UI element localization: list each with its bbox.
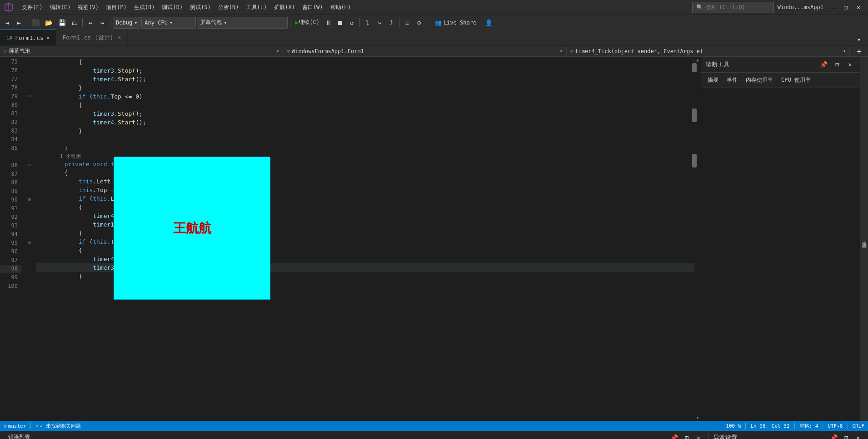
restart-button[interactable]: ↺ (346, 17, 357, 29)
line-numbers: 75 76 77 78 79 80 81 82 83 84 85 86 87 8… (0, 57, 25, 421)
tab-form1-cs[interactable]: C# Form1.cs ✕ (0, 30, 56, 45)
menu-view[interactable]: 视图(V) (74, 2, 102, 13)
line-num-95: 95 (0, 239, 21, 247)
platform-dropdown[interactable]: Any CPU ▾ (141, 17, 196, 29)
tab-list-button[interactable]: ▾ (853, 34, 864, 45)
class-chevron: ▾ (276, 49, 279, 54)
line-num-100: 100 (0, 282, 21, 291)
diag-controls: 📌 ⊡ ✕ (818, 59, 855, 70)
add-button[interactable]: + (850, 46, 868, 56)
platform-label: Any CPU (145, 20, 168, 26)
diag-close-button[interactable]: ✕ (844, 59, 855, 70)
exception-close-button[interactable]: ✕ (853, 432, 863, 439)
save-all-button[interactable]: 🗂 (69, 17, 80, 29)
status-sep-1 (30, 423, 31, 429)
tab-close-1[interactable]: ✕ (118, 35, 121, 40)
menu-build[interactable]: 生成(B) (130, 2, 159, 13)
diag-tab-events[interactable]: 事件 (725, 75, 739, 85)
menu-analyze[interactable]: 分析(N) (215, 2, 243, 13)
step-over-button[interactable]: ⤵ (362, 17, 373, 29)
gutter-92 (25, 212, 34, 221)
zoom-level[interactable]: 100 % (726, 423, 741, 429)
code-line-77: timer4.Start(); (36, 75, 694, 84)
live-share-button[interactable]: 👥 Live Share (431, 18, 480, 27)
bottom-pin-button[interactable]: 📌 (668, 432, 680, 439)
search-icon: 🔍 (696, 4, 703, 10)
diag-tab-memory[interactable]: 内存使用率 (744, 75, 775, 85)
editor-dropdowns: ⊕ 屏幕气泡 ▾ ⊕ WindowsFormsApp1.Form1 ▾ ⚙ ti… (0, 46, 868, 57)
line-num-81: 81 (0, 109, 21, 118)
minimize-button[interactable]: — (827, 1, 839, 13)
exception-float-button[interactable]: ⊡ (841, 432, 852, 439)
redo-button[interactable]: ↪ (97, 17, 108, 29)
tab-form1-design[interactable]: Form1.cs [设计] ✕ (56, 30, 128, 45)
line-num-78: 78 (0, 84, 21, 92)
maximize-button[interactable]: ❐ (840, 1, 852, 13)
diag-tab-cpu[interactable]: CPU 使用率 (779, 75, 813, 85)
menu-window[interactable]: 窗口(W) (299, 2, 327, 13)
crlf[interactable]: CRLF (853, 423, 865, 429)
back-button[interactable]: ◄ (2, 17, 13, 29)
line-num-91: 91 (0, 204, 21, 213)
menu-extensions[interactable]: 扩展(X) (270, 2, 299, 13)
menu-file[interactable]: 文件(F) (18, 2, 46, 13)
step-out-button[interactable]: ⤴ (386, 17, 397, 29)
menu-debug[interactable]: 调试(D) (158, 2, 186, 13)
pause-button[interactable]: ⏸ (323, 17, 334, 29)
exception-controls: 📌 ⊡ ✕ (828, 432, 863, 439)
diag-pin-button[interactable]: 📌 (818, 59, 830, 70)
git-icon: ⊕ (4, 423, 7, 429)
line-num-ref (0, 153, 21, 161)
vertical-scrollbar[interactable]: ▲ ▼ (694, 57, 701, 421)
gutter-79[interactable]: ⊟ (25, 91, 34, 100)
gutter-95[interactable]: ⊟ (25, 238, 34, 247)
title-bar-right: 🔍 搜索 (Ctrl+Q) Windo...msApp1 — ❐ ✕ (692, 1, 864, 13)
debug-config-dropdown[interactable]: Debug ▾ (113, 17, 140, 29)
menu-project[interactable]: 项目(P) (102, 2, 130, 13)
toolbar-sep-5 (359, 18, 360, 27)
global-search[interactable]: 🔍 搜索 (Ctrl+Q) (692, 2, 774, 13)
namespace-dropdown[interactable]: ⊕ WindowsFormsApp1.Form1 ▾ (283, 47, 566, 55)
open-button[interactable]: 📂 (43, 17, 55, 29)
menu-tools[interactable]: 工具(L) (243, 2, 271, 13)
new-project-button[interactable]: ⬛ (30, 17, 42, 29)
scroll-thumb-top[interactable] (692, 63, 697, 72)
breakpoints-button[interactable]: ⊙ (414, 17, 424, 29)
exception-pin-button[interactable]: 📌 (828, 432, 840, 439)
scroll-up-arrow[interactable]: ▲ (694, 57, 701, 63)
git-status[interactable]: ⊕ master (4, 423, 26, 429)
stop-button[interactable]: ⏹ (334, 17, 345, 29)
diag-panel-header: 诊断工具 📌 ⊡ ✕ (701, 57, 860, 73)
step-into-button[interactable]: ⤷ (374, 17, 385, 29)
line-num-86: 86 (0, 161, 21, 170)
method-dropdown[interactable]: ⚙ timer4_Tick(object sender, EventArgs e… (567, 47, 850, 55)
gutter-86[interactable]: ⊟ (25, 160, 34, 169)
menu-edit[interactable]: 编辑(E) (46, 2, 75, 13)
start-button[interactable]: ▶ 继续(C) (293, 17, 322, 29)
scroll-thumb-bot[interactable] (692, 154, 697, 168)
scroll-thumb-mid[interactable] (692, 109, 697, 122)
bottom-close-button[interactable]: ✕ (693, 432, 704, 439)
close-button[interactable]: ✕ (853, 1, 864, 13)
diag-tab-summary[interactable]: 摘要 (706, 75, 720, 85)
account-button[interactable]: 👤 (483, 17, 495, 29)
class-dropdown[interactable]: ⊕ 屏幕气泡 ▾ (0, 46, 283, 56)
encoding[interactable]: UTF-8 (828, 423, 843, 429)
undo-button[interactable]: ↩ (85, 17, 96, 29)
cs-file-icon: C# (6, 35, 12, 41)
save-button[interactable]: 💾 (56, 17, 68, 29)
indentation[interactable]: 空格: 4 (799, 423, 818, 429)
diag-float-button[interactable]: ⊡ (832, 59, 843, 70)
menu-test[interactable]: 测试(S) (186, 2, 215, 13)
tab-error-list[interactable]: 错误列表 (5, 431, 34, 439)
code-line-78: } (36, 84, 694, 92)
scroll-down-arrow[interactable]: ▼ (694, 414, 701, 421)
screen-bubble-dropdown[interactable]: 屏幕气泡 ▾ (197, 17, 288, 29)
menu-help[interactable]: 帮助(H) (327, 2, 355, 13)
line-num-85: 85 (0, 144, 21, 153)
format-button[interactable]: ≡ (402, 17, 413, 29)
forward-button[interactable]: ► (14, 17, 25, 29)
check-icon: ✓ (35, 423, 39, 429)
bottom-float-button[interactable]: ⊡ (681, 432, 692, 439)
gutter-90[interactable]: ⊟ (25, 195, 34, 203)
